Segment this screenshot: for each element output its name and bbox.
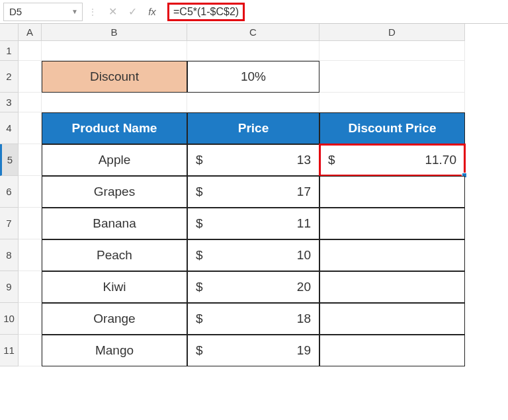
cell-d6[interactable] (319, 176, 465, 208)
fx-icon[interactable]: fx (142, 6, 162, 17)
product-row-1[interactable]: Apple (42, 144, 187, 176)
header-price[interactable]: Price (187, 112, 319, 144)
cell-a11[interactable] (19, 335, 42, 366)
cell-a9[interactable] (19, 271, 42, 303)
cancel-icon[interactable]: ✕ (103, 5, 122, 18)
discount-price-value: 11.70 (425, 153, 456, 167)
row-header-6[interactable]: 6 (0, 176, 19, 208)
price-value: 20 (297, 280, 311, 294)
cell-b1[interactable] (42, 41, 187, 61)
row-header-2[interactable]: 2 (0, 61, 19, 93)
enter-icon[interactable]: ✓ (122, 5, 142, 18)
currency-symbol: $ (196, 343, 203, 358)
formula-input[interactable]: =C5*(1-$C$2) (162, 3, 505, 21)
select-all-corner[interactable] (0, 24, 19, 41)
discount-price-row-1[interactable]: $ 11.70 (319, 144, 465, 176)
row-header-3[interactable]: 3 (0, 93, 19, 112)
cell-a8[interactable] (19, 239, 42, 271)
price-row-2[interactable]: $ 17 (187, 176, 319, 208)
spreadsheet-grid[interactable]: A B C D 1 2 Discount 10% 3 4 Product Nam… (0, 24, 508, 366)
cell-d2[interactable] (319, 61, 465, 93)
header-product[interactable]: Product Name (42, 112, 187, 144)
discount-label-text: Discount (90, 69, 139, 84)
discount-value: 10% (241, 69, 266, 84)
price-value: 11 (297, 216, 311, 231)
currency-symbol: $ (196, 280, 203, 294)
formula-bar: D5 ▼ ⋮ ✕ ✓ fx =C5*(1-$C$2) (0, 0, 508, 24)
discount-value-cell[interactable]: 10% (187, 61, 319, 93)
price-row-7[interactable]: $ 19 (187, 335, 319, 366)
price-value: 13 (297, 153, 311, 167)
cell-d7[interactable] (319, 208, 465, 239)
product-row-5[interactable]: Kiwi (42, 271, 187, 303)
cell-d9[interactable] (319, 271, 465, 303)
product-row-7[interactable]: Mango (42, 335, 187, 366)
price-row-1[interactable]: $ 13 (187, 144, 319, 176)
row-header-4[interactable]: 4 (0, 112, 19, 144)
discount-label[interactable]: Discount (42, 61, 187, 93)
row-header-11[interactable]: 11 (0, 335, 19, 366)
cell-c3[interactable] (187, 93, 319, 112)
col-header-a[interactable]: A (19, 24, 42, 41)
price-row-5[interactable]: $ 20 (187, 271, 319, 303)
price-row-6[interactable]: $ 18 (187, 303, 319, 335)
cell-a6[interactable] (19, 176, 42, 208)
cell-c1[interactable] (187, 41, 319, 61)
currency-symbol: $ (196, 216, 203, 231)
col-header-b[interactable]: B (42, 24, 187, 41)
col-header-d[interactable]: D (319, 24, 465, 41)
row-header-8[interactable]: 8 (0, 239, 19, 271)
cell-a3[interactable] (19, 93, 42, 112)
name-box-value: D5 (9, 6, 22, 17)
cell-a2[interactable] (19, 61, 42, 93)
dropdown-icon[interactable]: ▼ (71, 8, 78, 15)
cell-d10[interactable] (319, 303, 465, 335)
product-row-3[interactable]: Banana (42, 208, 187, 239)
cell-d8[interactable] (319, 239, 465, 271)
currency-symbol: $ (196, 153, 203, 167)
product-row-2[interactable]: Grapes (42, 176, 187, 208)
price-value: 19 (297, 343, 311, 358)
currency-symbol: $ (196, 312, 203, 326)
row-header-10[interactable]: 10 (0, 303, 19, 335)
row-header-1[interactable]: 1 (0, 41, 19, 61)
price-value: 10 (297, 248, 311, 263)
formula-text: =C5*(1-$C$2) (167, 3, 245, 21)
price-row-4[interactable]: $ 10 (187, 239, 319, 271)
cell-a1[interactable] (19, 41, 42, 61)
separator: ⋮ (83, 7, 103, 17)
header-discount-price[interactable]: Discount Price (319, 112, 465, 144)
row-header-9[interactable]: 9 (0, 271, 19, 303)
cell-a5[interactable] (19, 144, 42, 176)
cell-a7[interactable] (19, 208, 42, 239)
col-header-c[interactable]: C (187, 24, 319, 41)
product-row-6[interactable]: Orange (42, 303, 187, 335)
currency-symbol: $ (196, 185, 203, 199)
cell-d1[interactable] (319, 41, 465, 61)
price-row-3[interactable]: $ 11 (187, 208, 319, 239)
price-value: 17 (297, 185, 311, 199)
row-header-5[interactable]: 5 (0, 144, 19, 176)
row-header-7[interactable]: 7 (0, 208, 19, 239)
cell-a10[interactable] (19, 303, 42, 335)
currency-symbol: $ (196, 248, 203, 263)
currency-symbol: $ (328, 153, 335, 167)
cell-d11[interactable] (319, 335, 465, 366)
cell-d3[interactable] (319, 93, 465, 112)
price-value: 18 (297, 312, 311, 326)
product-row-4[interactable]: Peach (42, 239, 187, 271)
name-box[interactable]: D5 ▼ (3, 3, 83, 21)
cell-b3[interactable] (42, 93, 187, 112)
cell-a4[interactable] (19, 112, 42, 144)
